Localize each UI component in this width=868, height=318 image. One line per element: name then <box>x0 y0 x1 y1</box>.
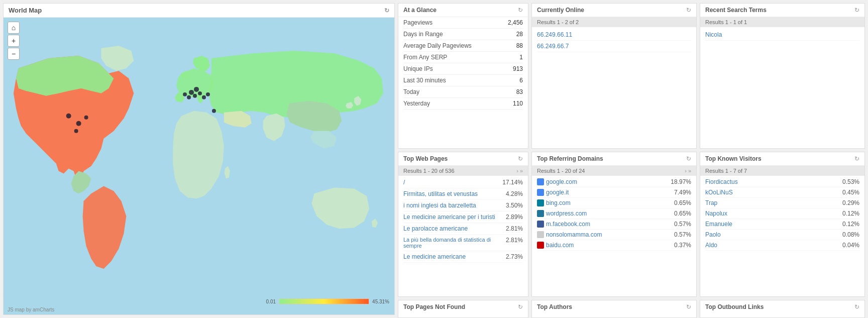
top-outbound-refresh[interactable]: ↻ <box>854 303 859 310</box>
top-referring-header: Top Referring Domains ↻ <box>532 152 696 166</box>
visitor-pct-5: 0.12% <box>842 221 859 228</box>
top-authors-refresh[interactable]: ↻ <box>686 303 691 310</box>
domain-pct-6: 0.57% <box>674 231 691 238</box>
domain-row-7: baidu.com 0.37% <box>537 240 691 251</box>
top-referring-results-bar: Results 1 - 20 of 24 › » <box>532 166 696 176</box>
domain-row-4: wordpress.com 0.65% <box>537 208 691 219</box>
domain-pct-3: 0.65% <box>674 199 691 206</box>
visitor-row-2: kOoLiNuS 0.45% <box>705 187 859 198</box>
top-outbound-panel: Top Outbound Links ↻ <box>700 300 865 318</box>
at-a-glance-refresh[interactable]: ↻ <box>518 7 523 14</box>
top-authors-header: Top Authors ↻ <box>532 300 696 313</box>
stat-serp: From Any SERP 1 <box>403 52 523 63</box>
top-web-pages-refresh[interactable]: ↻ <box>518 155 523 162</box>
page-link-7[interactable]: Le medicine americane <box>403 253 466 260</box>
visitor-link-2[interactable]: kOoLiNuS <box>705 189 733 196</box>
domain-link-7[interactable]: baidu.com <box>546 242 574 249</box>
ip-row-2: 66.249.66.7 <box>537 41 691 52</box>
domain-row-3: bing.com 0.65% <box>537 198 691 208</box>
ip-link-2[interactable]: 66.249.66.7 <box>537 43 569 50</box>
at-a-glance-title: At a Glance <box>403 7 437 14</box>
top-referring-refresh[interactable]: ↻ <box>686 155 691 162</box>
top-web-pages-results-bar: Results 1 - 20 of 536 › » <box>398 166 528 176</box>
page-row-6: La più bella domanda di statistica di se… <box>403 235 523 251</box>
visitor-row-6: Paolo 0.08% <box>705 230 859 240</box>
at-a-glance-body: Pageviews 2,456 Days in Range 28 Average… <box>398 17 528 148</box>
page-pct-7: 2.73% <box>506 253 523 260</box>
visitor-link-7[interactable]: Aldo <box>705 242 717 249</box>
domain-link-6[interactable]: nonsolomamma.com <box>546 231 602 238</box>
map-controls: ⌂ + − <box>8 22 20 60</box>
recent-search-body: Nicola <box>700 27 864 148</box>
domain-pct-2: 7.49% <box>674 189 691 196</box>
recent-search-results-label: Results 1 - 1 of 1 <box>705 19 747 25</box>
visitor-link-4[interactable]: Napolux <box>705 210 727 217</box>
visitor-link-1[interactable]: Fiordicactus <box>705 178 738 185</box>
currently-online-refresh[interactable]: ↻ <box>686 7 691 14</box>
page-pct-3: 3.50% <box>506 202 523 209</box>
domain-link-4[interactable]: wordpress.com <box>546 210 587 217</box>
top-outbound-title: Top Outbound Links <box>705 303 764 310</box>
top-referring-nav[interactable]: › » <box>685 168 691 174</box>
visitor-pct-3: 0.29% <box>842 199 859 206</box>
page-link-6[interactable]: La più bella domanda di statistica di se… <box>403 237 506 249</box>
svg-point-2 <box>194 87 199 92</box>
top-referring-results-label: Results 1 - 20 of 24 <box>537 168 585 174</box>
currently-online-header: Currently Online ↻ <box>532 4 696 17</box>
domain-icon-4 <box>537 210 544 217</box>
top-known-visitors-results-label: Results 1 - 7 of 7 <box>705 168 747 174</box>
domain-icon-1 <box>537 178 544 185</box>
domain-link-5[interactable]: m.facebook.com <box>546 221 590 228</box>
visitor-row-7: Aldo 0.04% <box>705 240 859 251</box>
svg-point-5 <box>187 95 191 99</box>
dashboard-row-3: Top Pages Not Found ↻ Top Authors ↻ Top … <box>398 300 865 318</box>
visitor-link-5[interactable]: Emanuele <box>705 221 732 228</box>
legend-min: 0.01 <box>266 299 276 304</box>
ip-link-1[interactable]: 66.249.66.11 <box>537 31 572 38</box>
dashboard-row-2: Top Web Pages ↻ Results 1 - 20 of 536 › … <box>398 152 865 297</box>
legend-gradient-bar <box>279 298 369 304</box>
svg-point-3 <box>198 91 202 95</box>
page-row-7: Le medicine americane 2.73% <box>403 251 523 263</box>
svg-point-8 <box>206 92 210 96</box>
top-pages-not-found-refresh[interactable]: ↻ <box>518 303 523 310</box>
stat-last30: Last 30 minutes 6 <box>403 75 523 86</box>
page-link-4[interactable]: Le medicine americane per i turisti <box>403 214 495 221</box>
page-link-1[interactable]: / <box>403 179 405 186</box>
currently-online-panel: Currently Online ↻ Results 1 - 2 of 2 66… <box>531 3 697 149</box>
svg-point-10 <box>66 114 71 119</box>
map-zoom-out-button[interactable]: − <box>8 48 20 60</box>
visitor-link-6[interactable]: Paolo <box>705 231 721 238</box>
domain-link-3[interactable]: bing.com <box>546 199 571 206</box>
map-zoom-in-button[interactable]: + <box>8 35 20 47</box>
domain-link-2[interactable]: google.it <box>546 189 569 196</box>
domain-link-1[interactable]: google.com <box>546 178 577 185</box>
domain-row-6: nonsolomamma.com 0.57% <box>537 230 691 240</box>
visitor-pct-4: 0.12% <box>842 210 859 217</box>
page-link-2[interactable]: Firmitas, utilitas et venustas <box>403 190 478 197</box>
at-a-glance-header: At a Glance ↻ <box>398 4 528 17</box>
svg-point-13 <box>74 129 78 133</box>
recent-search-results-bar: Results 1 - 1 of 1 <box>700 17 864 27</box>
top-web-pages-nav[interactable]: › » <box>516 168 523 174</box>
page-link-3[interactable]: i nomi inglesi da barzelletta <box>403 202 476 209</box>
map-container: ⌂ + − <box>4 18 394 314</box>
page-pct-5: 2.81% <box>506 225 523 232</box>
visitor-pct-1: 0.53% <box>842 178 859 185</box>
page-link-5[interactable]: Le parolacce americane <box>403 225 468 232</box>
map-panel: World Map ↻ ⌂ + − <box>3 3 395 315</box>
recent-search-header: Recent Search Terms ↻ <box>700 4 864 17</box>
map-refresh-icon[interactable]: ↻ <box>384 7 389 14</box>
visitor-pct-6: 0.08% <box>842 231 859 238</box>
top-known-visitors-refresh[interactable]: ↻ <box>854 155 859 162</box>
search-term-link-1[interactable]: Nicola <box>705 31 722 38</box>
page-pct-2: 4.28% <box>506 190 523 197</box>
recent-search-refresh[interactable]: ↻ <box>854 7 859 14</box>
map-home-button[interactable]: ⌂ <box>8 22 20 34</box>
page-row-1: / 17.14% <box>403 177 523 188</box>
svg-point-1 <box>189 90 194 95</box>
top-known-visitors-body: Fiordicactus 0.53% kOoLiNuS 0.45% Trap 0… <box>700 176 864 297</box>
visitor-link-3[interactable]: Trap <box>705 199 717 206</box>
currently-online-title: Currently Online <box>537 7 584 14</box>
recent-search-panel: Recent Search Terms ↻ Results 1 - 1 of 1… <box>700 3 865 149</box>
